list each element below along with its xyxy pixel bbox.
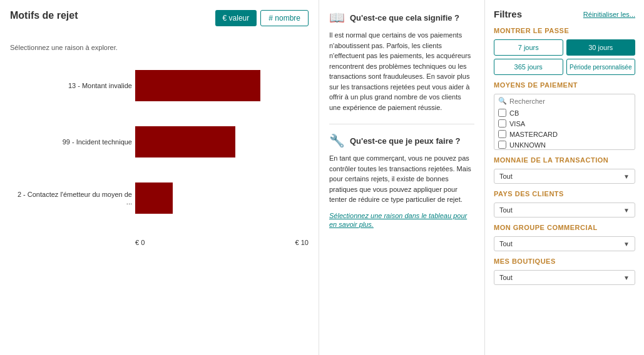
- btn-7jours[interactable]: 7 jours: [494, 39, 563, 56]
- x-axis-label-1: € 10: [295, 239, 309, 246]
- select-hint[interactable]: Sélectionnez une raison dans le tableau …: [329, 212, 467, 228]
- reset-link[interactable]: Réinitialiser les...: [583, 11, 635, 18]
- visa-checkbox[interactable]: [498, 119, 506, 128]
- page-title: Motifs de rejet: [10, 10, 78, 21]
- bar-label-2: 2 - Contactez l'émetteur du moyen de ...: [10, 191, 132, 206]
- mastercard-checkbox[interactable]: [498, 130, 506, 138]
- cb-checkbox[interactable]: [498, 109, 506, 117]
- search-icon: 🔍: [498, 97, 507, 105]
- section-pays-title: PAYS DES CLIENTS: [494, 190, 635, 198]
- x-axis: € 0 € 10: [135, 239, 309, 246]
- btn-30jours[interactable]: 30 jours: [566, 39, 636, 56]
- header-buttons: € valeur # nombre: [215, 10, 309, 26]
- info-block-2-title: Qu'est-ce que je peux faire ?: [350, 136, 460, 146]
- payment-list: 🔍 CB VISA MASTERCARD UNKNOWN: [494, 94, 635, 150]
- info-block-1-title: Qu'est-ce que cela signifie ?: [350, 13, 459, 22]
- info-block-2: 🔧 Qu'est-ce que je peux faire ? En tant …: [329, 133, 474, 229]
- payment-item-unknown: UNKNOWN: [498, 139, 631, 150]
- boutiques-value: Tout: [499, 274, 513, 281]
- unknown-label: UNKNOWN: [509, 141, 546, 149]
- middle-panel: 📖 Qu'est-ce que cela signifie ? Il est n…: [319, 0, 485, 355]
- left-panel: Motifs de rejet € valeur # nombre Sélect…: [0, 0, 319, 355]
- right-panel: Filtres Réinitialiser les... MONTRER LE …: [485, 0, 644, 355]
- bar-label-0: 13 - Montant invalide: [10, 82, 132, 89]
- bar-2: [135, 182, 173, 214]
- mastercard-label: MASTERCARD: [509, 131, 558, 138]
- x-axis-label-0: € 0: [135, 239, 145, 246]
- pays-arrow-icon: ▼: [623, 207, 630, 214]
- valeur-button[interactable]: € valeur: [215, 10, 257, 26]
- cb-label: CB: [509, 109, 519, 117]
- groupe-value: Tout: [499, 240, 513, 248]
- payment-item-visa: VISA: [498, 118, 631, 129]
- bar-1: [135, 126, 235, 158]
- section-groupe-title: MON GROUPE COMMERCIAL: [494, 224, 635, 231]
- bar-0: [135, 70, 260, 101]
- monnaie-value: Tout: [499, 172, 513, 180]
- btn-365jours[interactable]: 365 jours: [494, 59, 563, 75]
- bar-label-1: 99 - Incident technique: [10, 138, 132, 146]
- pays-dropdown[interactable]: Tout ▼: [494, 202, 635, 218]
- visa-label: VISA: [509, 120, 525, 128]
- book-icon: 📖: [329, 10, 345, 25]
- groupe-arrow-icon: ▼: [623, 241, 630, 248]
- boutiques-arrow-icon: ▼: [623, 274, 630, 281]
- btn-periode[interactable]: Période personnalisée: [566, 59, 636, 75]
- divider: [329, 124, 474, 124]
- payment-item-mastercard: MASTERCARD: [498, 129, 631, 139]
- payment-item-cb: CB: [498, 108, 631, 118]
- bar-chart: 13 - Montant invalide99 - Incident techn…: [10, 70, 309, 246]
- groupe-dropdown[interactable]: Tout ▼: [494, 236, 635, 251]
- section-passe-title: MONTRER LE PASSE: [494, 27, 635, 34]
- filters-title: Filtres: [494, 9, 522, 19]
- unknown-checkbox[interactable]: [498, 141, 506, 149]
- section-monnaie-title: MONNAIE DE LA TRANSACTION: [494, 156, 635, 164]
- payment-search-input[interactable]: [509, 98, 631, 105]
- monnaie-dropdown[interactable]: Tout ▼: [494, 169, 635, 184]
- info-block-1-text: Il est normal que certains de vos paieme…: [329, 30, 474, 112]
- info-block-2-header: 🔧 Qu'est-ce que je peux faire ?: [329, 133, 474, 148]
- info-block-1-header: 📖 Qu'est-ce que cela signifie ?: [329, 10, 474, 25]
- nombre-button[interactable]: # nombre: [260, 10, 309, 26]
- section-boutiques-title: MES BOUTIQUES: [494, 258, 635, 265]
- wrench-icon: 🔧: [329, 133, 345, 148]
- bar-row-1[interactable]: 99 - Incident technique: [135, 126, 309, 158]
- bar-row-2[interactable]: 2 - Contactez l'émetteur du moyen de ...: [135, 182, 309, 214]
- chart-subtitle: Sélectionnez une raison à explorer.: [10, 44, 309, 51]
- bar-row-0[interactable]: 13 - Montant invalide: [135, 70, 309, 101]
- time-buttons: 7 jours 30 jours 365 jours Période perso…: [494, 39, 635, 75]
- monnaie-arrow-icon: ▼: [623, 173, 630, 180]
- boutiques-dropdown[interactable]: Tout ▼: [494, 270, 635, 285]
- filters-header: Filtres Réinitialiser les...: [494, 9, 635, 19]
- info-block-1: 📖 Qu'est-ce que cela signifie ? Il est n…: [329, 10, 474, 112]
- pays-value: Tout: [499, 206, 513, 214]
- section-payment-title: MOYENS DE PAIEMENT: [494, 81, 635, 89]
- info-block-2-text: En tant que commerçant, vous ne pouvez p…: [329, 153, 474, 205]
